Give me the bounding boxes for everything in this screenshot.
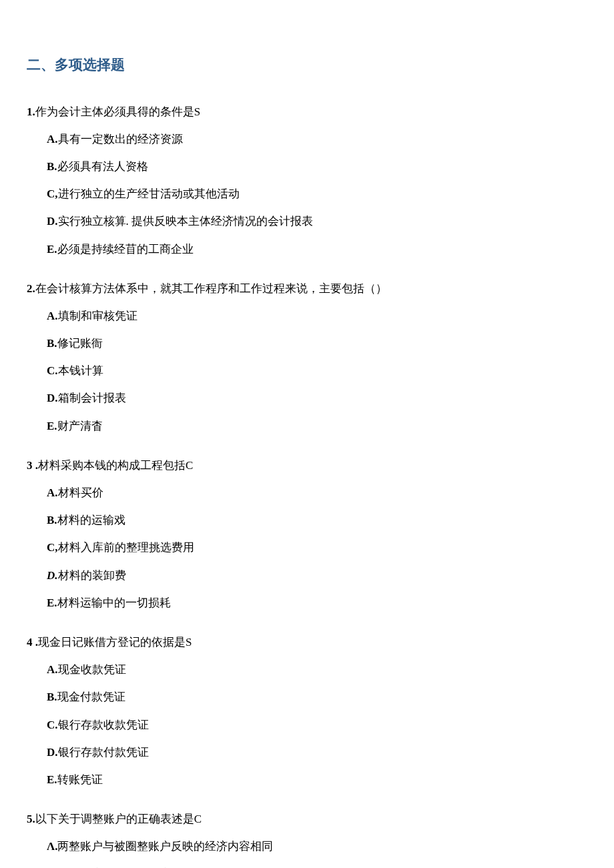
option-text: 本钱计算 (58, 362, 103, 380)
option-item: A.材料买价 (47, 484, 587, 502)
question-text: 4 .现金日记账借方登记的依据是S (27, 633, 587, 651)
option-text: 具有一定数出的经济资源 (58, 130, 183, 148)
option-label: C. (47, 716, 58, 734)
option-text: 银行存款收款凭证 (58, 716, 149, 734)
question-text: 2.在会计核算方法体系中，就其工作程序和工作过程来说，主要包括（） (27, 280, 587, 298)
question-body: 作为会计主体必须具得的条件是S (35, 103, 200, 121)
option-label: D. (47, 743, 58, 761)
option-label: D. (47, 389, 58, 407)
option-item: A.填制和审核凭证 (47, 307, 587, 325)
option-item: B.必须具有法人资格 (47, 157, 587, 175)
option-label: D. (47, 566, 58, 584)
option-text: 进行独立的生产经甘活动或其他活动 (58, 185, 240, 203)
option-label: B. (47, 511, 57, 529)
option-label: E. (47, 771, 57, 789)
option-label: E. (47, 594, 57, 612)
option-text: 必须具有法人资格 (57, 157, 148, 175)
question-block: 1.作为会计主体必须具得的条件是SA.具有一定数出的经济资源B.必须具有法人资格… (27, 103, 587, 258)
option-text: 填制和审核凭证 (58, 307, 137, 325)
option-item: B,调整账户与被调整账户的用途结构相同 (47, 865, 587, 868)
option-item: A.现金收款凭证 (47, 661, 587, 679)
option-label: E. (47, 417, 57, 435)
option-item: Λ.两整账户与被圈整账户反映的经济内容相同 (47, 837, 587, 855)
option-label: A. (47, 661, 58, 679)
option-text: 箱制会计报表 (58, 389, 126, 407)
option-label: B. (47, 334, 57, 352)
question-number: 1. (27, 103, 35, 121)
question-body: 现金日记账借方登记的依据是S (38, 633, 192, 651)
question-number: 2. (27, 280, 35, 298)
question-number: 4 . (27, 633, 38, 651)
options-list: A.现金收款凭证B.现金付款凭证C.银行存款收款凭证D.银行存款付款凭证E.转账… (27, 661, 587, 789)
option-text: 材料入库前的整理挑选费用 (58, 538, 194, 556)
option-item: C.本钱计算 (47, 362, 587, 380)
option-label: A. (47, 484, 58, 502)
option-text: 材料运输中的一切损耗 (57, 594, 171, 612)
option-label: D. (47, 212, 58, 230)
option-item: C,进行独立的生产经甘活动或其他活动 (47, 185, 587, 203)
option-item: D.箱制会计报表 (47, 389, 587, 407)
question-text: 5.以下关于调整账户的正确表述是C (27, 810, 587, 828)
option-item: E.材料运输中的一切损耗 (47, 594, 587, 612)
section-title: 二、多项选择题 (27, 53, 587, 76)
questions-container: 1.作为会计主体必须具得的条件是SA.具有一定数出的经济资源B.必须具有法人资格… (27, 103, 587, 868)
option-item: B.修记账衙 (47, 334, 587, 352)
question-number: 3 . (27, 456, 38, 474)
question-block: 3 .材料采购本钱的构成工程包括CA.材料买价B.材料的运输戏C,材料入库前的整… (27, 456, 587, 612)
option-label: C, (47, 185, 58, 203)
option-label: B. (47, 157, 57, 175)
options-list: A.填制和审核凭证B.修记账衙C.本钱计算D.箱制会计报表E.财产清杳 (27, 307, 587, 435)
question-body: 以下关于调整账户的正确表述是C (35, 810, 202, 828)
option-item: D.银行存款付款凭证 (47, 743, 587, 761)
question-text: 1.作为会计主体必须具得的条件是S (27, 103, 587, 121)
option-text: 财产清杳 (57, 417, 103, 435)
option-text: 现金付款凭证 (57, 688, 125, 706)
question-number: 5. (27, 810, 35, 828)
option-label: A. (47, 307, 58, 325)
option-text: 转账凭证 (57, 771, 103, 789)
option-label: E. (47, 240, 57, 258)
option-label: Λ. (47, 837, 57, 855)
question-body: 材料采购本钱的构成工程包括C (38, 456, 193, 474)
option-text: 银行存款付款凭证 (58, 743, 149, 761)
option-item: B.材料的运输戏 (47, 511, 587, 529)
option-text: 两整账户与被圈整账户反映的经济内容相同 (57, 837, 273, 855)
option-label: B, (47, 865, 57, 868)
options-list: A.材料买价B.材料的运输戏C,材料入库前的整理挑选费用D.材料的装卸费E.材料… (27, 484, 587, 612)
option-label: C, (47, 538, 58, 556)
option-text: 实行独立核算. 提供反映本主体经济情况的会计报表 (58, 212, 314, 230)
option-item: E.必须是持续经苜的工商企业 (47, 240, 587, 258)
question-text: 3 .材料采购本钱的构成工程包括C (27, 456, 587, 474)
option-text: 材料的运输戏 (57, 511, 125, 529)
option-item: D.材料的装卸费 (47, 566, 587, 584)
option-item: A.具有一定数出的经济资源 (47, 130, 587, 148)
option-text: 材料的装卸费 (58, 566, 126, 584)
question-block: 5.以下关于调整账户的正确表述是CΛ.两整账户与被圈整账户反映的经济内容相同B,… (27, 810, 587, 868)
question-block: 4 .现金日记账借方登记的依据是SA.现金收款凭证B.现金付款凭证C.银行存款收… (27, 633, 587, 789)
option-text: 现金收款凭证 (58, 661, 126, 679)
option-label: A. (47, 130, 58, 148)
options-list: Λ.两整账户与被圈整账户反映的经济内容相同B,调整账户与被调整账户的用途结构相同… (27, 837, 587, 868)
option-text: 调整账户与被调整账户的用途结构相同 (57, 865, 250, 868)
option-item: D.实行独立核算. 提供反映本主体经济情况的会计报表 (47, 212, 587, 230)
option-item: E.财产清杳 (47, 417, 587, 435)
option-text: 必须是持续经苜的工商企业 (57, 240, 194, 258)
question-block: 2.在会计核算方法体系中，就其工作程序和工作过程来说，主要包括（）A.填制和审核… (27, 280, 587, 435)
option-item: C.银行存款收款凭证 (47, 716, 587, 734)
option-item: E.转账凭证 (47, 771, 587, 789)
options-list: A.具有一定数出的经济资源B.必须具有法人资格C,进行独立的生产经甘活动或其他活… (27, 130, 587, 258)
option-item: B.现金付款凭证 (47, 688, 587, 706)
question-body: 在会计核算方法体系中，就其工作程序和工作过程来说，主要包括（） (35, 280, 387, 298)
option-label: C. (47, 362, 58, 380)
option-text: 材料买价 (58, 484, 103, 502)
option-label: B. (47, 688, 57, 706)
option-item: C,材料入库前的整理挑选费用 (47, 538, 587, 556)
option-text: 修记账衙 (57, 334, 103, 352)
